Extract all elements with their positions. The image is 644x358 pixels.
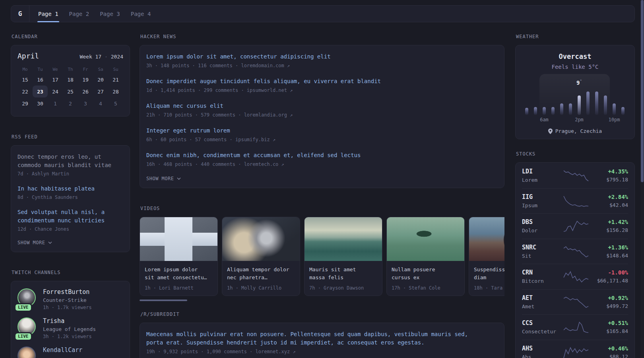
sparkline-chart — [563, 195, 589, 207]
weather-bar — [551, 107, 555, 115]
twitch-channel-name[interactable]: ForrestBurton — [43, 288, 92, 296]
weather-bar — [534, 107, 537, 115]
stock-values: +1.42% $156.28 — [592, 219, 628, 233]
stock-row[interactable]: CRN Bitcorn -1.00% $66,171.48 — [522, 264, 628, 289]
stock-row[interactable]: LDI Lorem +4.35% $795.18 — [522, 163, 628, 188]
page-tab[interactable]: Page 2 — [69, 6, 89, 22]
calendar-separator: · — [105, 54, 108, 60]
rss-item-title[interactable]: Sed volutpat nulla nisl, a condimentum n… — [17, 208, 123, 225]
calendar-day: 25 — [63, 86, 78, 97]
stock-ticker: CCS — [522, 319, 560, 327]
hacker-news-widget: Lorem ipsum dolor sit amet, consectetur … — [140, 45, 504, 188]
calendar-day: 26 — [78, 86, 93, 97]
show-more-label: SHOW MORE — [146, 176, 174, 181]
video-thumbnail[interactable] — [387, 217, 464, 261]
video-meta: 17h · Stefan Cole — [392, 285, 460, 291]
stock-sparkline — [560, 195, 592, 207]
subreddit-widget: Maecenas mollis pulvinar erat non posuer… — [140, 323, 504, 358]
calendar-day-header: We — [48, 65, 63, 74]
video-card[interactable]: Nullam posuere cursus ex 17h · Stefan Co… — [386, 217, 465, 296]
rss-item-title[interactable]: Donec tempor eros leo, ut commodo mauris… — [17, 153, 123, 169]
calendar-day-header: Sa — [93, 65, 108, 74]
stock-change: +2.84% — [592, 194, 628, 200]
stock-row[interactable]: CCS Consectetur +0.51% $165.84 — [522, 314, 628, 340]
stock-identity: DBS Dolor — [522, 218, 560, 233]
hacker-news-item: Donec enim nibh, condimentum et accumsan… — [146, 151, 498, 167]
page-tab[interactable]: Page 4 — [131, 6, 151, 22]
stock-row[interactable]: AET Amet +0.92% $499.72 — [522, 289, 628, 315]
rss-show-more-button[interactable]: SHOW MORE — [17, 240, 123, 245]
subreddit-post-meta[interactable]: 19h · 9,932 points · 1,090 comments · lo… — [146, 349, 498, 354]
calendar-day: 3 — [78, 97, 93, 109]
sparkline-chart — [563, 270, 589, 282]
hacker-news-item-title[interactable]: Donec enim nibh, condimentum et accumsan… — [146, 151, 498, 160]
tab-label: Page 1 — [38, 11, 58, 17]
hacker-news-item-title[interactable]: Donec imperdiet augue tincidunt felis al… — [146, 77, 498, 86]
stock-ticker: LDI — [522, 168, 560, 175]
stock-row[interactable]: AHS Ahs +0.46% $88.12 — [522, 340, 628, 358]
video-title[interactable]: Mauris sit amet massa felis — [309, 266, 377, 282]
twitch-channel-row[interactable]: LIVE Trisha League of Legends 3h · 1.2k … — [17, 317, 123, 339]
videos-carousel-scrollbar[interactable] — [140, 300, 187, 301]
hacker-news-item-title[interactable]: Integer eget rutrum lorem — [146, 126, 498, 135]
stock-identity: SNRC Sit — [522, 244, 560, 259]
stocks-widget: LDI Lorem +4.35% $795.18 IIG Ipsum +2.84… — [515, 162, 635, 358]
left-column: CALENDAR April Week 17 · 2024 MoTuWeThFr… — [11, 34, 130, 358]
video-title[interactable]: Lorem ipsum dolor sit amet consectetu… — [145, 266, 213, 282]
stock-price: $42.04 — [592, 202, 628, 208]
stock-row[interactable]: IIG Ipsum +2.84% $42.04 — [522, 188, 628, 214]
hacker-news-show-more-button[interactable]: SHOW MORE — [146, 176, 498, 181]
video-meta: 1h · Molly Carrillo — [227, 285, 295, 291]
stock-price: $165.84 — [592, 328, 628, 334]
hacker-news-item-meta[interactable]: 1d · 1,414 points · 299 comments · ipsum… — [146, 88, 498, 93]
video-card[interactable]: Lorem ipsum dolor sit amet consectetu… 1… — [140, 217, 218, 296]
video-card[interactable]: Suspendisse diam 18h · Tara — [469, 217, 504, 296]
video-title[interactable]: Nullam posuere cursus ex — [392, 266, 460, 282]
video-card[interactable]: Aliquam tempor dolor nec pharetra… 1h · … — [222, 217, 300, 296]
page-scrollbar[interactable] — [640, 0, 644, 358]
hacker-news-item-title[interactable]: Aliquam nec cursus elit — [146, 102, 498, 110]
stock-price: $88.12 — [592, 354, 628, 358]
calendar-widget: April Week 17 · 2024 MoTuWeThFrSaSu15161… — [11, 45, 130, 117]
stock-identity: AHS Ahs — [522, 345, 560, 358]
stock-sparkline — [560, 245, 592, 257]
weather-time-label: 10pm — [609, 117, 620, 123]
twitch-channel-row[interactable]: KendallCarr — [17, 346, 123, 358]
twitch-channel-row[interactable]: LIVE ForrestBurton Counter-Strike 1h · 1… — [17, 288, 123, 310]
video-title[interactable]: Aliquam tempor dolor nec pharetra… — [227, 266, 295, 282]
weather-bar — [569, 103, 572, 115]
video-thumbnail[interactable] — [140, 217, 217, 261]
stock-price: $148.64 — [592, 253, 628, 259]
video-card-body: Lorem ipsum dolor sit amet consectetu… 1… — [140, 261, 217, 296]
stock-name: Dolor — [522, 228, 560, 233]
page-tab[interactable]: Page 3 — [100, 6, 120, 22]
twitch-channel-name[interactable]: Trisha — [43, 317, 96, 325]
stock-ticker: DBS — [522, 218, 560, 226]
video-thumbnail[interactable] — [305, 217, 382, 261]
sparkline-chart — [563, 220, 589, 232]
stock-name: Bitcorn — [522, 278, 560, 284]
chevron-down-icon — [48, 241, 52, 244]
hacker-news-item-title[interactable]: Lorem ipsum dolor sit amet, consectetur … — [146, 53, 498, 61]
hacker-news-item-meta[interactable]: 3h · 148 points · 116 comments · loremdo… — [146, 63, 498, 68]
rss-item-meta: 12d · Chance Jones — [17, 226, 123, 232]
page-tab[interactable]: Page 1 — [38, 6, 58, 22]
hacker-news-list: Lorem ipsum dolor sit amet, consectetur … — [146, 53, 498, 167]
stock-row[interactable]: DBS Dolor +1.42% $156.28 — [522, 213, 628, 239]
video-thumbnail[interactable] — [469, 217, 504, 261]
video-card[interactable]: Mauris sit amet massa felis 7h · Grayson… — [304, 217, 382, 296]
video-title[interactable]: Suspendisse diam — [474, 266, 504, 282]
rss-item-title[interactable]: In hac habitasse platea — [17, 185, 123, 193]
calendar-month: April — [17, 52, 39, 60]
hacker-news-item-meta[interactable]: 6h · 60 points · 57 comments · ipsumify.… — [146, 137, 498, 142]
video-thumbnail[interactable] — [222, 217, 300, 261]
twitch-channel-game: League of Legends — [43, 326, 96, 332]
subreddit-post-title[interactable]: Maecenas mollis pulvinar erat non posuer… — [146, 330, 498, 347]
stock-row[interactable]: SNRC Sit +1.36% $148.64 — [522, 239, 628, 264]
page-scrollbar-thumb[interactable] — [641, 0, 644, 182]
hacker-news-item-meta[interactable]: 16h · 468 points · 440 comments · loremt… — [146, 161, 498, 167]
twitch-channel-name[interactable]: KendallCarr — [43, 346, 82, 354]
stock-identity: CRN Bitcorn — [522, 269, 560, 284]
stock-sparkline — [560, 220, 592, 232]
hacker-news-item-meta[interactable]: 21h · 710 points · 579 comments · loreml… — [146, 112, 498, 118]
